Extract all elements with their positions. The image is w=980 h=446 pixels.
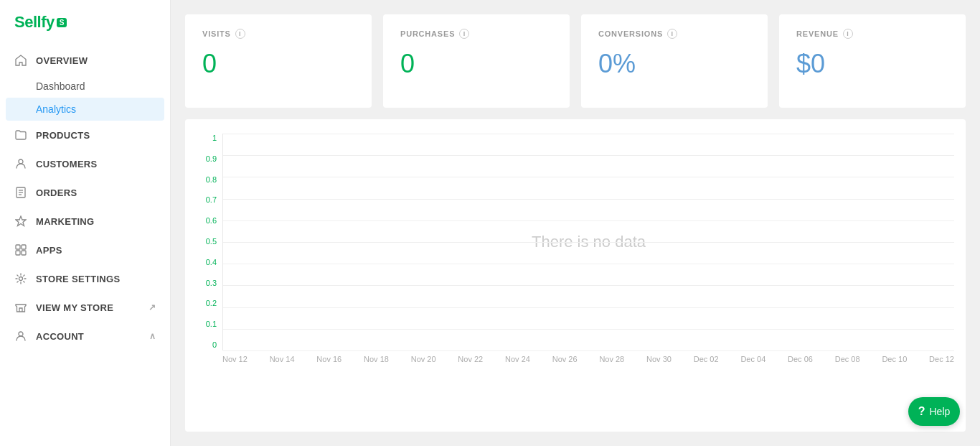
sidebar-item-view-my-store[interactable]: VIEW MY STORE ↗ [0,293,170,322]
svg-point-9 [19,277,23,281]
y-axis-label: 0.8 [206,175,217,184]
brand-badge: S [57,18,67,27]
x-axis-label: Dec 08 [835,355,860,363]
external-link-icon: ↗ [149,302,156,312]
stat-value-conversions: 0% [598,49,750,79]
svg-rect-7 [16,251,20,255]
stat-label-conversions: CONVERSIONS i [598,29,750,39]
grid-line [223,242,954,243]
svg-point-0 [19,159,23,164]
y-axis-label: 1 [212,134,217,142]
grid-line [223,307,954,308]
sidebar-item-marketing[interactable]: MARKETING [0,207,170,236]
sidebar-item-apps[interactable]: APPS [0,236,170,264]
store-icon [14,301,27,314]
account-icon [14,330,27,343]
help-button[interactable]: ? Help [908,397,960,426]
stat-value-purchases: 0 [400,49,552,79]
sidebar: SellfyS OVERVIEW Dashboard Analytics [0,0,171,446]
stat-label-visits: VISITS i [202,29,354,39]
x-axis-label: Dec 02 [694,355,719,363]
customers-icon [14,157,27,170]
grid-line [223,329,954,330]
chart-container: 10.90.80.70.60.50.40.30.20.10 There is n… [185,119,966,432]
y-axis-label: 0 [212,340,217,349]
grid-line [223,177,954,177]
sidebar-item-view-store-label: VIEW MY STORE [36,302,113,313]
x-axis-label: Nov 24 [505,355,530,363]
x-axis-label: Nov 16 [316,355,341,363]
y-axis-label: 0.6 [206,216,217,225]
svg-rect-8 [22,251,26,255]
home-icon [14,54,27,67]
x-axis-label: Nov 28 [599,355,624,363]
svg-rect-6 [22,245,26,249]
y-axis-label: 0.5 [206,237,217,246]
chart-y-axis: 10.90.80.70.60.50.40.30.20.10 [197,134,222,363]
grid-line [223,134,954,134]
sidebar-item-orders[interactable]: ORDERS [0,178,170,207]
sidebar-item-products[interactable]: PRODUCTS [0,121,170,149]
sidebar-item-analytics-label: Analytics [36,103,76,115]
y-axis-label: 0.7 [206,195,217,204]
svg-point-10 [19,332,23,336]
sidebar-item-dashboard-label: Dashboard [36,80,85,92]
y-axis-label: 0.3 [206,279,217,287]
brand-name: Sellfy [14,13,55,32]
chart-grid: There is no data [222,134,954,350]
folder-icon [14,129,27,141]
grid-line [223,199,954,200]
x-axis-label: Nov 18 [364,355,389,363]
chart-inner: 10.90.80.70.60.50.40.30.20.10 There is n… [197,134,954,363]
logo[interactable]: SellfyS [0,0,170,43]
x-axis-label: Dec 12 [929,355,954,363]
marketing-icon [14,215,27,228]
y-axis-label: 0.9 [206,154,217,163]
svg-rect-5 [16,245,20,249]
sidebar-item-store-settings-label: STORE SETTINGS [36,274,120,284]
y-axis-label: 0.2 [206,299,217,307]
help-question-icon: ? [918,405,925,418]
sidebar-item-customers-label: CUSTOMERS [36,159,98,169]
main-nav: OVERVIEW Dashboard Analytics PRODUCTS [0,43,170,353]
stat-label-revenue: REVENUE i [796,29,948,39]
x-axis-label: Dec 06 [788,355,813,363]
revenue-info-icon[interactable]: i [843,29,853,39]
main-content: VISITS i 0 PURCHASES i 0 CONVERSIONS i 0… [171,0,980,446]
stat-label-purchases: PURCHASES i [400,29,552,39]
sidebar-item-account-label: ACCOUNT [36,331,84,342]
sidebar-item-overview-label: OVERVIEW [36,55,88,66]
x-axis-label: Nov 12 [222,355,248,363]
grid-line [223,350,954,351]
sidebar-item-account[interactable]: ACCOUNT ∧ [0,322,170,350]
sidebar-item-overview[interactable]: OVERVIEW [0,46,170,75]
chevron-up-icon: ∧ [149,331,156,341]
x-axis-label: Nov 20 [411,355,436,363]
sidebar-item-products-label: PRODUCTS [36,130,90,141]
grid-line [223,155,954,156]
chart-plot-area: There is no data Nov 12Nov 14Nov 16Nov 1… [222,134,954,363]
x-axis-label: Nov 30 [646,355,672,363]
sidebar-item-marketing-label: MARKETING [36,216,94,227]
apps-icon [14,243,27,256]
chart-x-axis: Nov 12Nov 14Nov 16Nov 18Nov 20Nov 22Nov … [222,350,954,363]
sidebar-item-dashboard[interactable]: Dashboard [0,75,170,98]
purchases-info-icon[interactable]: i [459,29,469,39]
gear-icon [14,272,27,285]
grid-line [223,264,954,264]
sidebar-item-analytics[interactable]: Analytics [6,98,164,121]
sidebar-item-store-settings[interactable]: STORE SETTINGS [0,264,170,293]
orders-icon [14,186,27,199]
x-axis-label: Dec 10 [882,355,907,363]
stats-row: VISITS i 0 PURCHASES i 0 CONVERSIONS i 0… [185,14,966,108]
stat-card-visits: VISITS i 0 [185,14,372,108]
sidebar-item-customers[interactable]: CUSTOMERS [0,149,170,178]
conversions-info-icon[interactable]: i [667,29,677,39]
x-axis-label: Nov 22 [458,355,483,363]
x-axis-label: Nov 26 [552,355,578,363]
visits-info-icon[interactable]: i [235,29,245,39]
stat-value-revenue: $0 [796,49,948,79]
stat-card-conversions: CONVERSIONS i 0% [581,14,768,108]
grid-line [223,285,954,286]
x-axis-label: Dec 04 [740,355,765,363]
